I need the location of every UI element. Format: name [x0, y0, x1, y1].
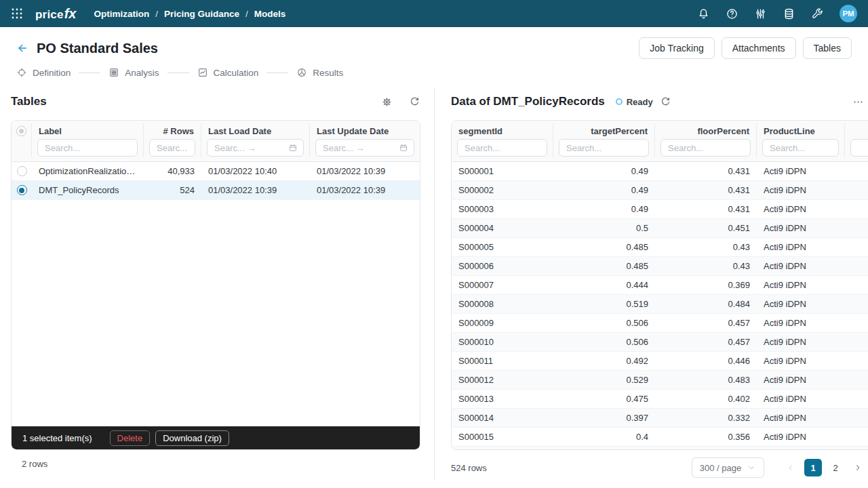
floorpercent-cell: 0.43 — [655, 242, 757, 252]
step-label: Results — [313, 68, 343, 78]
table-row[interactable]: OptimizationRealization...40,93301/03/20… — [12, 162, 420, 181]
targetpercent-cell: 0.5 — [553, 223, 655, 233]
productline-cell: Acti9 iDPN — [757, 356, 845, 366]
segmentid-search[interactable] — [457, 139, 547, 157]
targetpercent-search[interactable] — [559, 139, 649, 157]
breadcrumb-item-pricing-guidance[interactable]: Pricing Guidance — [164, 9, 239, 19]
job-tracking-button[interactable]: Job Tracking — [639, 37, 714, 59]
sliders-icon[interactable] — [754, 7, 767, 20]
table-row[interactable]: S0000120.5290.483Acti9 iDPN — [452, 371, 868, 390]
clipped-search[interactable] — [850, 139, 868, 157]
pie-icon — [296, 67, 307, 78]
help-icon[interactable] — [726, 7, 738, 20]
wrench-icon[interactable] — [811, 7, 824, 20]
label-search[interactable] — [37, 139, 138, 157]
table-row[interactable]: S0000150.40.356Acti9 iDPN — [452, 428, 868, 447]
segmentid-cell: S000002 — [452, 185, 553, 195]
refresh-icon[interactable] — [660, 96, 671, 108]
column-header-segmentid[interactable]: segmentId — [452, 123, 553, 138]
table-row[interactable]: S0000060.4850.43Acti9 iDPN — [452, 257, 868, 276]
more-options-icon[interactable] — [852, 96, 864, 108]
table-row[interactable]: S0000050.4850.43Acti9 iDPN — [452, 238, 868, 257]
productline-cell: Acti9 iDPN — [757, 337, 845, 347]
targetpercent-search-input[interactable] — [565, 142, 643, 154]
table-row[interactable]: S0000090.5060.457Acti9 iDPN — [452, 314, 868, 333]
table-row[interactable]: S0000140.3970.332Acti9 iDPN — [452, 409, 868, 428]
download-zip-button[interactable]: Download (zip) — [155, 430, 229, 446]
data-table-header: segmentId targetPercent floorPercent Pro… — [452, 121, 868, 162]
page-size-select[interactable]: 300 / page — [692, 458, 764, 478]
segmentid-cell: S000001 — [452, 166, 553, 176]
label-cell: DMT_PolicyRecords — [32, 185, 144, 195]
table-row[interactable]: S0000010.490.431Acti9 iDPN — [452, 162, 868, 181]
calendar-icon[interactable] — [288, 143, 298, 152]
table-row[interactable]: S0000040.50.451Acti9 iDPN — [452, 219, 868, 238]
table-row[interactable]: S0000070.4440.369Acti9 iDPN — [452, 276, 868, 295]
page-button-2[interactable]: 2 — [827, 459, 844, 476]
step-results[interactable]: Results — [296, 67, 343, 78]
refresh-icon[interactable] — [409, 96, 420, 108]
label-search-input[interactable] — [43, 142, 132, 154]
table-row[interactable]: S0000020.490.431Acti9 iDPN — [452, 181, 868, 200]
column-header-rows[interactable]: # Rows — [144, 123, 201, 138]
column-header-targetpercent[interactable]: targetPercent — [553, 123, 655, 138]
productline-search[interactable] — [762, 139, 839, 157]
table-row[interactable]: S0000110.4920.446Acti9 iDPN — [452, 352, 868, 371]
step-definition[interactable]: Definition — [16, 67, 71, 78]
load-date-search[interactable] — [207, 139, 304, 157]
rows-search[interactable] — [149, 139, 195, 157]
step-label: Definition — [33, 68, 71, 78]
table-row[interactable]: S0000080.5190.484Acti9 iDPN — [452, 295, 868, 314]
load-date-search-input[interactable] — [213, 142, 285, 154]
table-row[interactable]: S0000030.490.431Acti9 iDPN — [452, 200, 868, 219]
step-calculation[interactable]: Calculation — [197, 67, 259, 78]
segmentid-cell: S000007 — [452, 280, 553, 290]
radio-cell[interactable] — [12, 185, 32, 195]
next-page-button[interactable] — [849, 459, 867, 476]
breadcrumb-item-optimization[interactable]: Optimization — [94, 9, 149, 19]
radio-icon[interactable] — [17, 166, 27, 176]
page-button-1[interactable]: 1 — [804, 459, 822, 476]
update-date-search-input[interactable] — [321, 142, 396, 154]
column-header-load-date[interactable]: Last Load Date — [201, 123, 310, 138]
tables-button[interactable]: Tables — [803, 37, 852, 59]
column-header-clipped — [845, 123, 868, 138]
table-row[interactable]: DMT_PolicyRecords52401/03/2022 10:3901/0… — [12, 181, 420, 200]
bell-icon[interactable] — [697, 7, 710, 20]
column-header-floorpercent[interactable]: floorPercent — [655, 123, 757, 138]
segmentid-search-input[interactable] — [463, 142, 541, 154]
step-analysis[interactable]: Analysis — [108, 67, 159, 78]
back-arrow-icon[interactable] — [16, 42, 28, 54]
label-cell: OptimizationRealization... — [32, 166, 144, 176]
apps-grid-icon[interactable] — [11, 7, 23, 20]
targetpercent-cell: 0.485 — [553, 261, 655, 271]
breadcrumb-item-models[interactable]: Models — [254, 9, 286, 19]
calendar-icon[interactable] — [399, 143, 408, 152]
productline-search-input[interactable] — [768, 142, 833, 154]
prev-page-button[interactable] — [782, 459, 800, 476]
avatar[interactable]: PM — [840, 5, 857, 22]
floorpercent-search-input[interactable] — [667, 142, 745, 154]
segmentid-cell: S000011 — [452, 356, 553, 366]
radio-cell[interactable] — [12, 166, 32, 176]
gear-icon[interactable] — [381, 96, 393, 108]
clipped-search-input[interactable] — [856, 142, 868, 154]
update-date-search[interactable] — [315, 139, 414, 157]
attachments-button[interactable]: Attachments — [722, 37, 796, 59]
tables-table: Label # Rows Last Load Date Last Update … — [11, 120, 420, 450]
radio-selected-icon[interactable] — [17, 185, 27, 195]
rows-search-input[interactable] — [155, 142, 189, 154]
target-icon — [16, 67, 27, 78]
database-icon[interactable] — [783, 7, 795, 20]
column-header-productline[interactable]: ProductLine — [757, 123, 845, 138]
column-header-update-date[interactable]: Last Update Date — [310, 123, 420, 138]
targetpercent-cell: 0.506 — [553, 318, 655, 328]
delete-button[interactable]: Delete — [110, 430, 151, 446]
floorpercent-cell: 0.402 — [655, 394, 757, 404]
floorpercent-search[interactable] — [660, 139, 751, 157]
table-row[interactable]: S0000100.5060.457Acti9 iDPN — [452, 333, 868, 352]
column-header-label[interactable]: Label — [32, 123, 144, 138]
table-row[interactable]: S0000160.40.358Acti9 iDPN — [452, 447, 868, 450]
pricefx-logo[interactable]: price fx — [35, 6, 76, 22]
table-row[interactable]: S0000130.4750.402Acti9 iDPN — [452, 390, 868, 409]
